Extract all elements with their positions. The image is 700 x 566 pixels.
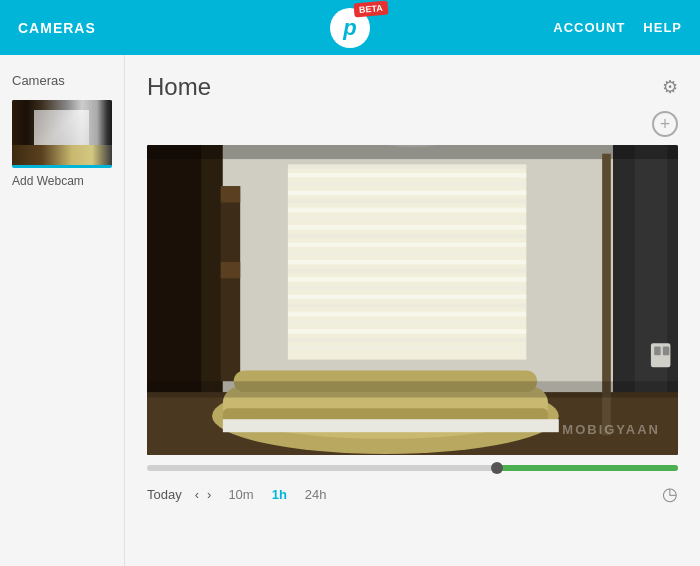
navbar-left: CAMERAS: [18, 20, 96, 36]
logo-letter: p: [343, 15, 356, 41]
svg-rect-44: [654, 347, 661, 356]
sidebar: Cameras Add Webcam: [0, 55, 125, 566]
camera-feed-svg: [147, 145, 678, 455]
time-24h-button[interactable]: 24h: [301, 485, 331, 504]
timeline-thumb[interactable]: [491, 462, 503, 474]
svg-rect-45: [663, 347, 670, 356]
timeline-progress: [492, 465, 678, 471]
add-view-button[interactable]: +: [652, 111, 678, 137]
content-panel: Home ⚙ +: [125, 55, 700, 566]
timeline-bar[interactable]: [147, 465, 678, 471]
today-label: Today: [147, 487, 182, 502]
prev-arrow[interactable]: ‹: [192, 487, 202, 502]
next-arrow[interactable]: ›: [204, 487, 214, 502]
help-button[interactable]: HELP: [643, 20, 682, 35]
svg-rect-29: [288, 165, 526, 360]
account-button[interactable]: ACCOUNT: [553, 20, 625, 35]
plus-btn-row: +: [147, 111, 678, 137]
navbar: CAMERAS p BETA ACCOUNT HELP: [0, 0, 700, 55]
add-webcam-button[interactable]: Add Webcam: [12, 174, 112, 188]
camera-feed: MOBIGYAAN: [147, 145, 678, 455]
cameras-nav-label[interactable]: CAMERAS: [18, 20, 96, 36]
time-1h-button[interactable]: 1h: [268, 485, 291, 504]
logo: p BETA: [330, 8, 370, 48]
content-header: Home ⚙: [147, 73, 678, 101]
svg-rect-32: [221, 186, 241, 202]
svg-rect-42: [147, 381, 678, 397]
svg-rect-31: [221, 186, 241, 381]
main-content: Cameras Add Webcam Home ⚙ +: [0, 55, 700, 566]
cameras-section-label: Cameras: [12, 73, 112, 88]
svg-rect-33: [221, 262, 241, 278]
bottom-controls: Today ‹ › 10m 1h 24h ◷: [147, 483, 678, 505]
page-title: Home: [147, 73, 211, 101]
svg-rect-40: [223, 419, 559, 432]
camera-thumbnail[interactable]: [12, 100, 112, 168]
navbar-right: ACCOUNT HELP: [553, 20, 682, 35]
nav-arrows: ‹ ›: [192, 487, 215, 502]
history-icon[interactable]: ◷: [662, 483, 678, 505]
navbar-center: p BETA: [330, 8, 370, 48]
camera-thumbnail-image: [12, 100, 112, 165]
beta-badge: BETA: [354, 0, 389, 17]
settings-icon[interactable]: ⚙: [662, 76, 678, 98]
time-10m-button[interactable]: 10m: [224, 485, 257, 504]
